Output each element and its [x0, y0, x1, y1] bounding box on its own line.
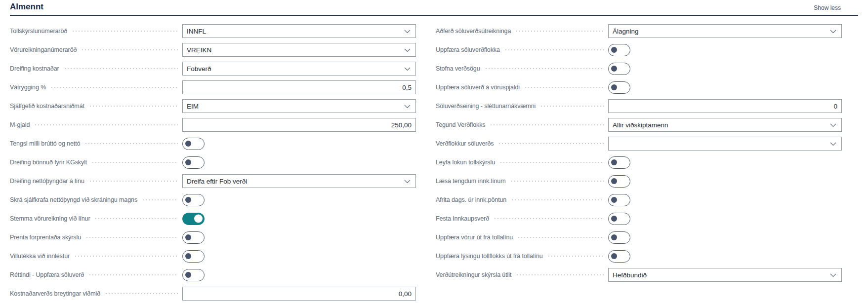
toggle-off[interactable]	[182, 194, 205, 206]
field-label: Dreifing bönnuð fyrir KGskylt	[10, 159, 87, 166]
dotted-leader	[72, 30, 178, 32]
dropdown-field[interactable]: Álagning	[608, 24, 842, 38]
toggle-off[interactable]	[608, 213, 630, 225]
field-row: Söluverðseining - sléttunarnákvæmni 0	[436, 97, 842, 115]
dotted-leader	[490, 124, 604, 126]
dropdown-value: Fobverð	[187, 65, 211, 73]
toggle-off[interactable]	[608, 156, 630, 169]
dotted-leader	[50, 86, 178, 88]
toggle-off[interactable]	[608, 44, 630, 56]
toggle-knob	[611, 178, 617, 184]
field-control: Hefðbundið	[608, 268, 842, 282]
field-label: Söluverðseining - sléttunarnákvæmni	[436, 103, 536, 110]
toggle-knob	[185, 197, 191, 203]
toggle-off[interactable]	[608, 231, 630, 244]
field-label: Afrita dags. úr innk.pöntun	[436, 196, 506, 203]
field-row: Verðflokkur söluverðs	[436, 134, 842, 153]
field-label: Uppfæra söluverðflokka	[436, 46, 500, 53]
field-control: EIM	[182, 99, 416, 113]
field-label: Festa Innkaupsverð	[436, 215, 489, 222]
dropdown-field[interactable]	[608, 137, 842, 151]
field-label: Uppfæra lýsingu tollflokks út frá tollal…	[436, 253, 543, 260]
number-field[interactable]: 250,00	[182, 118, 416, 132]
field-row: Sjálfgefið kostnaðarsniðmát EIM	[10, 97, 416, 115]
field-label: Tengsl milli brúttó og nettó	[10, 140, 80, 147]
field-label: Aðferð söluverðsútreikninga	[436, 28, 511, 35]
toggle-off[interactable]	[182, 231, 205, 244]
toggle-on[interactable]	[182, 213, 205, 225]
chevron-down-icon	[404, 105, 411, 109]
field-label: Villutékka við innlestur	[10, 253, 70, 260]
field-label: Dreifing nettóþyngdar á línu	[10, 178, 84, 185]
toggle-knob	[611, 66, 617, 72]
field-control	[608, 175, 842, 188]
show-less-link[interactable]: Show less	[814, 4, 841, 12]
dotted-leader	[81, 49, 178, 51]
toggle-off[interactable]	[182, 156, 205, 169]
dotted-leader	[88, 274, 178, 276]
toggle-off[interactable]	[608, 194, 630, 206]
toggle-off[interactable]	[608, 175, 630, 188]
toggle-off[interactable]	[182, 269, 205, 281]
field-control: Fobverð	[182, 62, 416, 76]
field-label: Stofna verðsögu	[436, 65, 480, 72]
field-control	[608, 156, 842, 169]
dropdown-field[interactable]: EIM	[182, 99, 416, 113]
number-field[interactable]: 0	[608, 99, 842, 113]
settings-columns: Tollskýrslunúmeraröð INNFL Vörureikninga…	[10, 22, 858, 303]
field-control	[608, 194, 842, 206]
field-control: Álagning	[608, 24, 842, 38]
dropdown-field[interactable]: Fobverð	[182, 62, 416, 76]
toggle-off[interactable]	[182, 138, 205, 150]
field-row: Uppfæra vörur út frá tollalínu	[436, 228, 842, 247]
field-row: Afrita dags. úr innk.pöntun	[436, 190, 842, 209]
field-control: 0	[608, 99, 842, 113]
field-label: Uppfæra söluverð á vöruspjaldi	[436, 84, 520, 91]
field-row: Verðútreikningur skýrsla útlit Hefðbundi…	[436, 265, 842, 284]
number-field[interactable]: 0,5	[182, 80, 416, 94]
dropdown-field[interactable]: Hefðbundið	[608, 268, 842, 282]
toggle-knob	[185, 159, 191, 165]
toggle-knob	[194, 215, 203, 223]
section-header: Almennt Show less	[10, 2, 858, 16]
field-label: Verðútreikningur skýrsla útlit	[436, 271, 511, 278]
toggle-off[interactable]	[608, 81, 630, 94]
field-control: Dreifa eftir Fob verði	[182, 174, 416, 188]
dropdown-field[interactable]: INNFL	[182, 24, 416, 38]
dropdown-field[interactable]: Allir viðskiptamenn	[608, 118, 842, 132]
chevron-down-icon	[404, 180, 411, 184]
toggle-off[interactable]	[182, 250, 205, 263]
dotted-leader	[105, 293, 178, 295]
field-label: Kostnaðarverðs breytingar viðmið	[10, 290, 100, 297]
dropdown-field[interactable]: Dreifa eftir Fob verði	[182, 174, 416, 188]
dropdown-value: Allir viðskiptamenn	[613, 121, 668, 129]
field-control: Allir viðskiptamenn	[608, 118, 842, 132]
dropdown-value: Dreifa eftir Fob verði	[187, 178, 247, 185]
field-label: Læsa tengdum innk.línum	[436, 178, 506, 185]
field-row: Réttindi - Uppfæra söluverð	[10, 265, 416, 284]
chevron-down-icon	[404, 67, 411, 71]
toggle-knob	[185, 272, 191, 278]
number-field[interactable]: 0,00	[182, 287, 416, 301]
dropdown-value: VREIKN	[187, 46, 211, 54]
section-title: Almennt	[10, 2, 43, 12]
dotted-leader	[547, 255, 604, 257]
dotted-leader	[85, 236, 178, 238]
field-label: Prenta forprentaða skýrslu	[10, 234, 81, 241]
dotted-leader	[89, 180, 178, 182]
dotted-leader	[89, 105, 178, 107]
toggle-off[interactable]	[608, 250, 630, 263]
toggle-knob	[611, 197, 617, 203]
dotted-leader	[504, 49, 604, 51]
left-column: Tollskýrslunúmeraröð INNFL Vörureikninga…	[10, 22, 416, 303]
field-control	[182, 213, 416, 225]
dropdown-field[interactable]: VREIKN	[182, 43, 416, 57]
dropdown-value: EIM	[187, 103, 199, 110]
field-label: Sjálfgefið kostnaðarsniðmát	[10, 103, 84, 110]
toggle-knob	[185, 253, 191, 259]
chevron-down-icon	[404, 48, 411, 52]
dotted-leader	[94, 218, 178, 220]
field-control	[182, 269, 416, 281]
toggle-off[interactable]	[608, 63, 630, 75]
chevron-down-icon	[404, 30, 411, 34]
